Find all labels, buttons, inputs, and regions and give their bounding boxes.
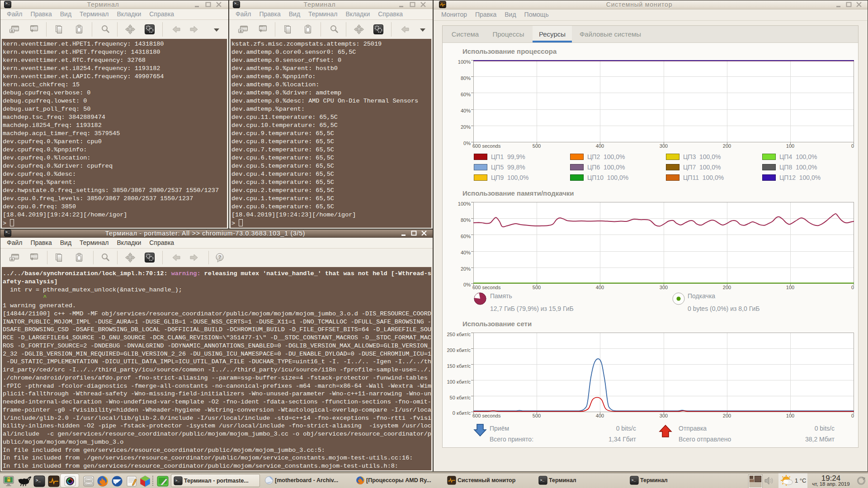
svg-text:60%: 60% <box>461 234 471 239</box>
svg-text:20%: 20% <box>461 266 471 272</box>
svg-text:100: 100 <box>786 413 794 418</box>
svg-text:0%: 0% <box>463 141 471 146</box>
svg-text:300: 300 <box>660 413 668 418</box>
svg-text:300: 300 <box>660 285 668 290</box>
svg-text:200: 200 <box>723 285 731 290</box>
svg-text:100: 100 <box>786 285 794 290</box>
svg-text:60%: 60% <box>461 92 471 97</box>
svg-text:>_: >_ <box>36 479 41 483</box>
svg-text:200: 200 <box>723 413 731 418</box>
svg-text:200: 200 <box>723 143 731 149</box>
svg-text:20%: 20% <box>461 124 471 130</box>
svg-text:600 seconds: 600 seconds <box>472 413 501 418</box>
svg-text:100%: 100% <box>458 59 471 65</box>
svg-text:40%: 40% <box>461 250 471 255</box>
svg-text:0%: 0% <box>463 282 471 287</box>
svg-text:0 кбит/с: 0 кбит/с <box>453 410 471 416</box>
svg-text:300: 300 <box>660 143 668 149</box>
svg-text:200 кбит/с: 200 кбит/с <box>447 347 471 353</box>
svg-text:600 seconds: 600 seconds <box>472 285 501 290</box>
svg-text:80%: 80% <box>461 75 471 81</box>
svg-text:400: 400 <box>596 143 604 149</box>
svg-text:500: 500 <box>533 143 541 149</box>
svg-text:80%: 80% <box>461 217 471 223</box>
svg-text:100%: 100% <box>458 201 471 206</box>
svg-text:250 кбит/с: 250 кбит/с <box>447 332 471 337</box>
svg-text:100: 100 <box>786 143 794 149</box>
svg-text:0: 0 <box>851 413 854 418</box>
svg-text:500: 500 <box>533 285 541 290</box>
svg-text:0: 0 <box>851 285 854 290</box>
svg-text:600 seconds: 600 seconds <box>472 143 501 149</box>
svg-text:150 кбит/с: 150 кбит/с <box>447 363 471 369</box>
svg-text:40%: 40% <box>461 108 471 113</box>
svg-text:>_: >_ <box>540 479 545 482</box>
svg-text:0: 0 <box>851 143 854 149</box>
svg-text:100 кбит/с: 100 кбит/с <box>447 379 471 385</box>
svg-text:400: 400 <box>596 413 604 418</box>
svg-text:400: 400 <box>596 285 604 290</box>
svg-text:>_: >_ <box>632 479 636 482</box>
svg-text:>_: >_ <box>175 479 180 483</box>
svg-text:500: 500 <box>533 413 541 418</box>
svg-text:50 кбит/с: 50 кбит/с <box>450 395 471 400</box>
